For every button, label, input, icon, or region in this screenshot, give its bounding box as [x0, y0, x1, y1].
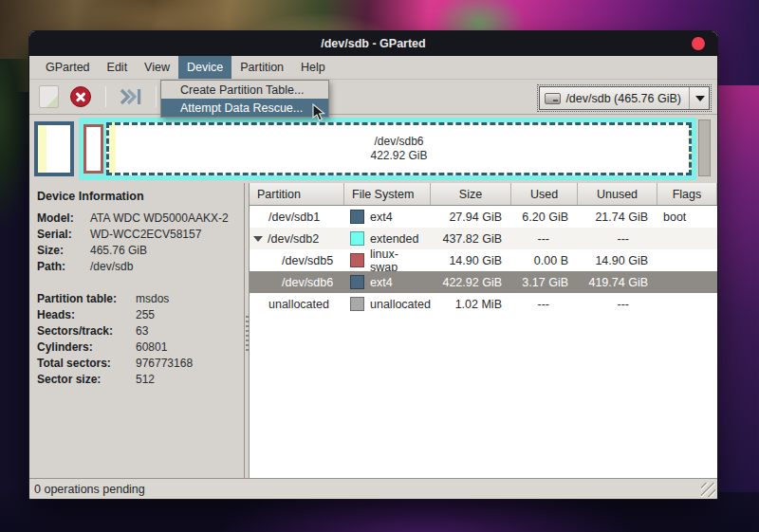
device-selector-label: /dev/sdb (465.76 GiB): [565, 92, 681, 105]
column-header-size[interactable]: Size: [431, 183, 511, 205]
cell-used: 6.20 GiB: [511, 206, 578, 228]
table-row-sdb1[interactable]: /dev/sdb1 ext4 27.94 GiB 6.20 GiB 21.74 …: [250, 206, 717, 228]
cell-used: 3.17 GiB: [511, 271, 578, 293]
cell-file-system: linux-swap: [370, 249, 425, 271]
menu-view[interactable]: View: [136, 56, 178, 79]
pane-splitter[interactable]: [245, 183, 250, 478]
fs-color-swatch: [350, 231, 364, 246]
table-row-sdb2[interactable]: /dev/sdb2 extended 437.82 GiB --- ---: [250, 228, 717, 249]
device-selector-dropdown[interactable]: [689, 87, 705, 109]
cell-unused: 21.74 GiB: [578, 206, 657, 228]
cell-used: 0.00 B: [511, 249, 578, 271]
resize-grip[interactable]: [701, 483, 715, 497]
table-row-sdb5[interactable]: /dev/sdb5 linux-swap 14.90 GiB 0.00 B 14…: [250, 249, 717, 271]
fs-color-swatch: [350, 275, 364, 289]
partition-table: Partition File System Size Used Unused F…: [250, 183, 717, 478]
toolbar: /dev/sdb (465.76 GiB): [29, 80, 717, 115]
info-value-model: ATA WDC WD5000AAKX-2: [90, 211, 244, 226]
info-value-size: 465.76 GiB: [90, 243, 244, 258]
info-label-partition-table: Partition table:: [37, 291, 136, 306]
cell-partition: /dev/sdb5: [250, 249, 344, 271]
cell-partition: /dev/sdb2: [268, 232, 319, 246]
splitter-grip-icon: [246, 316, 249, 352]
menu-edit[interactable]: Edit: [99, 56, 137, 79]
titlebar[interactable]: /dev/sdb - GParted: [29, 31, 717, 56]
device-information-title: Device Information: [37, 190, 244, 203]
cell-size: 422.92 GiB: [431, 271, 511, 293]
desktop-wallpaper-left: [0, 59, 32, 239]
toolbar-separator: [156, 86, 157, 107]
cell-flags: [657, 228, 717, 249]
visual-partition-sdb6-selected[interactable]: /dev/sdb6 422.92 GiB: [106, 122, 692, 175]
table-row-unallocated[interactable]: unallocated unallocated 1.02 MiB --- ---: [250, 293, 717, 315]
visual-partition-extended[interactable]: /dev/sdb6 422.92 GiB: [79, 118, 696, 180]
column-header-used[interactable]: Used: [511, 183, 578, 205]
fs-color-swatch: [350, 297, 364, 311]
device-info-group1: Model: ATA WDC WD5000AAKX-2 Serial: WD-W…: [37, 211, 244, 274]
menu-item-attempt-data-rescue[interactable]: Attempt Data Rescue...: [161, 99, 328, 117]
column-header-partition[interactable]: Partition: [250, 183, 344, 205]
disk-icon: [545, 93, 561, 104]
menu-item-create-partition-table[interactable]: Create Partition Table...: [161, 81, 328, 99]
cell-unused: ---: [578, 228, 657, 249]
cell-flags: [657, 249, 717, 271]
menu-device[interactable]: Device: [178, 56, 231, 79]
menu-gparted[interactable]: GParted: [37, 56, 99, 79]
info-value-partition-table: msdos: [136, 291, 244, 306]
info-label-size: Size:: [37, 243, 90, 258]
column-header-file-system[interactable]: File System: [344, 183, 431, 205]
info-label-model: Model:: [37, 211, 90, 226]
cell-file-system: ext4: [370, 276, 393, 289]
visual-partition-sdb5[interactable]: [83, 124, 103, 174]
info-value-sectors-track: 63: [136, 323, 244, 339]
delete-partition-icon[interactable]: [70, 86, 91, 107]
device-dropdown-menu: Create Partition Table... Attempt Data R…: [160, 80, 329, 118]
menu-help[interactable]: Help: [292, 56, 334, 79]
column-header-unused[interactable]: Unused: [578, 183, 657, 205]
info-label-sectors-track: Sectors/track:: [37, 323, 136, 339]
visual-bar-scrollbar[interactable]: [698, 119, 711, 176]
window-title: /dev/sdb - GParted: [321, 37, 425, 50]
cell-partition: /dev/sdb6: [250, 271, 344, 293]
cell-unused: 419.74 GiB: [578, 271, 657, 293]
cell-file-system: extended: [370, 232, 418, 246]
chevron-down-icon: [695, 96, 705, 101]
main-content: Device Information Model: ATA WDC WD5000…: [29, 183, 717, 478]
desktop-wallpaper-right: [715, 85, 759, 532]
menu-partition[interactable]: Partition: [231, 56, 292, 79]
column-header-flags[interactable]: Flags: [657, 183, 717, 205]
table-row-sdb6-selected[interactable]: /dev/sdb6 ext4 422.92 GiB 3.17 GiB 419.7…: [250, 271, 717, 293]
expander-icon[interactable]: [253, 236, 263, 242]
cell-size: 1.02 MiB: [431, 293, 511, 315]
statusbar: 0 operations pending: [29, 478, 717, 499]
cell-flags: boot: [657, 206, 717, 228]
gparted-window: /dev/sdb - GParted GParted Edit View Dev…: [28, 30, 718, 500]
info-value-path: /dev/sdb: [90, 259, 244, 274]
cell-file-system: unallocated: [370, 298, 431, 311]
visual-selected-size: 422.92 GiB: [370, 149, 427, 163]
info-label-heads: Heads:: [37, 307, 136, 322]
cell-unused: 14.90 GiB: [578, 249, 657, 271]
operations-pending-text: 0 operations pending: [34, 483, 145, 496]
info-value-total-sectors: 976773168: [136, 356, 244, 371]
new-partition-icon[interactable]: [39, 85, 59, 108]
cell-used: ---: [511, 228, 578, 249]
device-info-group2: Partition table: msdos Heads: 255 Sector…: [37, 291, 244, 387]
cell-file-system: ext4: [370, 211, 393, 224]
info-label-sector-size: Sector size:: [37, 372, 136, 387]
cell-flags: [657, 271, 717, 293]
mouse-cursor: [311, 103, 326, 122]
info-value-sector-size: 512: [136, 372, 244, 387]
cell-partition: /dev/sdb1: [250, 206, 344, 228]
fs-color-swatch: [350, 253, 364, 267]
info-label-path: Path:: [37, 259, 90, 274]
resize-move-icon[interactable]: [119, 86, 143, 107]
visual-partition-sdb1[interactable]: [34, 121, 74, 176]
cell-size: 27.94 GiB: [431, 206, 511, 228]
partition-table-header: Partition File System Size Used Unused F…: [250, 183, 717, 206]
info-label-cylinders: Cylinders:: [37, 339, 136, 355]
close-button[interactable]: [692, 37, 705, 50]
info-label-total-sectors: Total sectors:: [37, 356, 136, 371]
device-selector[interactable]: /dev/sdb (465.76 GiB): [537, 84, 712, 112]
cell-size: 437.82 GiB: [431, 228, 511, 249]
